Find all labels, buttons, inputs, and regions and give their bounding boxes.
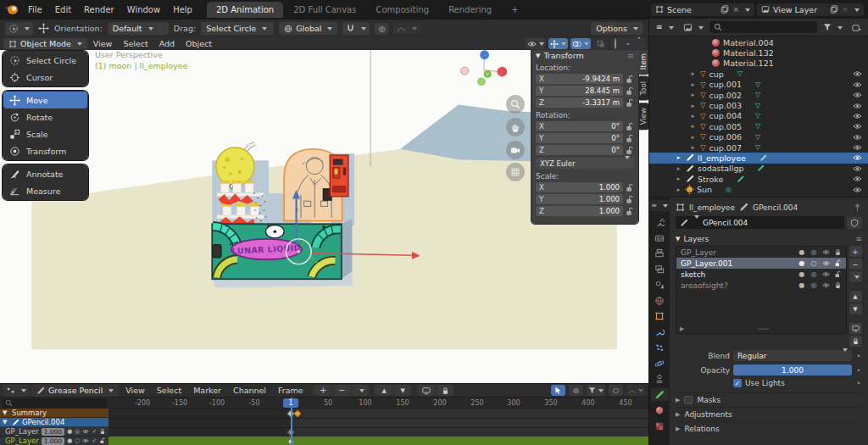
timeline-menu-channel[interactable]: Channel	[228, 386, 271, 395]
lock-icon[interactable]	[833, 248, 842, 256]
hide-eye-icon[interactable]	[853, 123, 862, 130]
expand-arrow[interactable]: ▸	[675, 175, 682, 182]
masks-panel[interactable]: ▶ Masks	[676, 392, 862, 406]
collapse-icon[interactable]: ▼	[536, 53, 540, 59]
tab-output[interactable]	[651, 248, 669, 260]
expand-icon[interactable]: ▼	[3, 419, 9, 426]
expand-icon[interactable]: ▼	[3, 409, 9, 416]
hide-eye-icon[interactable]	[853, 144, 862, 151]
new-collection-button[interactable]	[849, 21, 865, 34]
filter-image-dropdown[interactable]	[680, 21, 707, 34]
adjustments-panel[interactable]: ▶ Adjustments	[676, 407, 862, 420]
timeline-menu-view[interactable]: View	[120, 386, 150, 395]
onion-skin-icon[interactable]: ◎	[810, 282, 818, 289]
lock-open-icon[interactable]	[626, 98, 634, 108]
hide-eye-icon[interactable]	[853, 103, 862, 109]
layer-areaofsight[interactable]: areaofsight? ● ◎	[676, 280, 846, 291]
animate-dot[interactable]: •	[855, 352, 862, 360]
lock-icon[interactable]	[99, 428, 106, 435]
layer-specials-dropdown[interactable]	[849, 271, 862, 282]
channel-color-icon[interactable]: ●	[798, 260, 806, 267]
viewport-menu-object[interactable]: Object	[181, 39, 217, 48]
drag-dropdown[interactable]: Select Circle	[201, 22, 274, 35]
mode-selector[interactable]: Object Mode	[3, 38, 87, 49]
fake-user-button[interactable]	[847, 216, 862, 229]
viewport-menu-select[interactable]: Select	[118, 39, 153, 48]
tab-tool-props[interactable]	[651, 216, 669, 229]
outliner-item-ll-employee[interactable]: ▸ll_employee	[649, 153, 868, 163]
hide-eye-icon[interactable]	[853, 165, 862, 172]
camera-view-button[interactable]	[506, 141, 525, 159]
gizmos-dropdown[interactable]	[548, 38, 568, 49]
falloff-dropdown[interactable]	[626, 385, 645, 396]
relations-panel[interactable]: ▶ Relations	[676, 421, 862, 435]
tab-particles[interactable]	[651, 342, 669, 354]
channel-color-icon[interactable]: ●	[798, 271, 806, 278]
opacity-slider[interactable]: 1.000	[733, 364, 852, 375]
move-layer-down-button[interactable]: ▼	[849, 303, 862, 314]
hide-eye-icon[interactable]	[853, 81, 862, 88]
rotation-mode-dropdown[interactable]: XYZ Euler	[536, 158, 634, 169]
shading-solid-button[interactable]	[620, 43, 624, 45]
outliner-item-sodastallgp[interactable]: ▸sodastallgp	[649, 164, 868, 174]
menu-help[interactable]: Help	[167, 3, 198, 16]
tab-constraints[interactable]	[651, 373, 669, 386]
proportional-edit-button[interactable]: ○	[609, 385, 623, 396]
channel-color-icon[interactable]: ●	[798, 249, 806, 256]
delete-scene-icon[interactable]: ×	[732, 5, 739, 14]
location-y-field[interactable]: Y28.445 m	[536, 86, 623, 96]
onion-skin-icon[interactable]: ◎	[810, 249, 818, 256]
move-tool-icon[interactable]	[38, 23, 49, 34]
remove-layer-button[interactable]: −	[849, 259, 862, 270]
location-z-field[interactable]: Z-3.3317 m	[536, 97, 623, 108]
outliner-item-mesh[interactable]: ▸▽cup.004▽	[649, 111, 868, 121]
hide-eye-icon[interactable]	[853, 92, 862, 98]
tool-scale[interactable]: Scale	[3, 125, 87, 142]
lock-open-icon[interactable]	[626, 122, 634, 131]
hide-eye-icon[interactable]	[853, 113, 862, 120]
keyframe-area[interactable]	[108, 409, 648, 445]
tab-view[interactable]: View	[638, 103, 648, 130]
lock-open-icon[interactable]	[833, 259, 842, 267]
expand-arrow[interactable]: ▸	[689, 123, 697, 130]
expand-arrow[interactable]: ▸	[675, 186, 682, 193]
tab-modifiers[interactable]	[651, 325, 669, 338]
show-gizmo-dropdown[interactable]	[526, 38, 546, 49]
move-channel-down-button[interactable]: ▼	[396, 385, 410, 396]
filter-dropdown[interactable]	[820, 21, 846, 33]
tool-transform[interactable]: Transform	[3, 142, 87, 159]
outliner-item-mesh[interactable]: ▸▽cup.005▽	[649, 121, 868, 131]
channel-summary[interactable]: ▼ Summary	[0, 409, 108, 418]
add-layer-button[interactable]: +	[849, 246, 862, 257]
scene-selector[interactable]: Scene ×	[651, 3, 754, 16]
layer-gp-layer[interactable]: GP_Layer ● ◎	[676, 247, 846, 258]
dot-icon[interactable]: ●	[67, 429, 72, 435]
tab-material[interactable]	[651, 404, 669, 417]
dot-icon[interactable]: ●	[67, 438, 72, 444]
onion-skin-icon[interactable]: ○	[75, 438, 80, 444]
lock-open-icon[interactable]	[626, 207, 634, 216]
menu-edit[interactable]: Edit	[49, 3, 77, 16]
falloff-dropdown[interactable]	[393, 23, 420, 34]
delete-view-layer-icon[interactable]: ×	[842, 5, 849, 14]
axis-negy-ball[interactable]	[477, 77, 486, 86]
menu-file[interactable]: File	[22, 3, 48, 16]
scale-y-field[interactable]: Y1.000	[536, 194, 623, 204]
outliner-item-material[interactable]: Material.121	[649, 58, 868, 69]
animate-dot[interactable]: •	[855, 366, 862, 375]
viewport-menu-view[interactable]: View	[88, 39, 118, 48]
outliner-item-material[interactable]: Material.132	[649, 47, 868, 58]
remove-keyframe-button[interactable]: −	[335, 385, 349, 396]
hide-eye-icon[interactable]	[853, 175, 862, 182]
lock-icon[interactable]	[833, 281, 842, 289]
tab-2d-animation[interactable]: 2D Animation	[207, 2, 283, 18]
tab-view-layer[interactable]	[651, 263, 669, 275]
eye-icon[interactable]	[821, 248, 830, 256]
mute-checkbox[interactable]: ✓	[92, 438, 97, 444]
channel-gpencil[interactable]: ▼ GPencil.004	[0, 418, 108, 427]
tab-object-data[interactable]	[651, 388, 669, 401]
tool-rotate[interactable]: Rotate	[3, 108, 87, 125]
use-lights-checkbox[interactable]: ✓	[733, 379, 742, 387]
onion-skin-icon[interactable]: ◎	[75, 429, 80, 435]
viewport-menu-add[interactable]: Add	[154, 39, 180, 48]
